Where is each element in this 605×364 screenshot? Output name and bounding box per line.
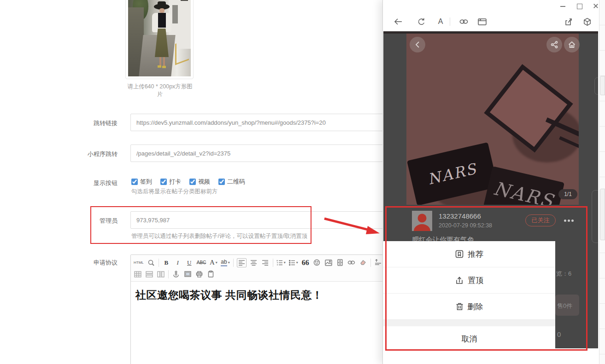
checkbox-punch-input[interactable] — [160, 179, 167, 185]
strikethrough-icon[interactable]: ABC — [197, 258, 206, 267]
action-cancel[interactable]: 取消 — [383, 326, 555, 348]
align-center-icon[interactable] — [250, 258, 258, 267]
checkbox-video-label: 视频 — [198, 178, 210, 186]
anchor-icon[interactable] — [172, 270, 180, 279]
recommend-icon — [455, 250, 464, 258]
jump-link-input[interactable] — [130, 114, 389, 131]
align-left-icon[interactable] — [237, 258, 247, 267]
italic-icon[interactable]: I — [174, 258, 182, 267]
close-icon[interactable] — [593, 3, 599, 9]
post-username[interactable]: 13232748666 — [439, 212, 481, 220]
back-button[interactable] — [410, 37, 425, 52]
insert-media-icon[interactable] — [336, 258, 344, 267]
image-pager-badge: 1/1 — [558, 189, 577, 199]
minimize-icon[interactable] — [560, 3, 566, 9]
emoticon-icon[interactable] — [313, 258, 321, 267]
rich-text-editor[interactable]: HTML B I U ABC A▾ ab▾ — [130, 254, 407, 364]
action-delete[interactable]: 删除 — [383, 294, 555, 320]
checkbox-qrcode-input[interactable] — [218, 179, 225, 185]
views-fragment: 览：6 — [556, 270, 571, 278]
upload-image-card[interactable] — [125, 0, 194, 79]
html-source-icon[interactable]: HTML — [134, 258, 144, 267]
print-icon[interactable] — [195, 270, 203, 279]
sold-fragment: 售0件 — [557, 302, 572, 310]
post-image[interactable]: NARS NARS — [406, 34, 579, 205]
remove-format-icon[interactable] — [359, 258, 367, 267]
checkbox-punch[interactable]: 打卡 — [160, 178, 181, 186]
miniprogram-jump-input[interactable] — [130, 144, 389, 162]
font-tool-icon[interactable]: A — [435, 17, 446, 27]
count-fragment: 0 — [557, 330, 561, 338]
action-cancel-label: 取消 — [462, 334, 477, 344]
checkbox-checkin-label: 签到 — [140, 178, 152, 186]
right-edge-panel — [599, 0, 605, 364]
checkbox-checkin[interactable]: 签到 — [131, 178, 152, 186]
preview-icon[interactable] — [147, 258, 155, 267]
maximize-icon[interactable] — [576, 3, 583, 9]
blockquote-icon[interactable]: 66 — [301, 258, 310, 267]
align-right-icon[interactable] — [261, 258, 270, 267]
paste-icon[interactable] — [206, 270, 215, 279]
phone-viewport: NARS NARS 1/1 13232748666 2020-07-29 09:… — [383, 31, 598, 348]
editor-content[interactable]: 社区邀您喝茶议事 共同畅谈社情民意！ — [131, 282, 406, 309]
photo-window-2 — [172, 5, 178, 23]
action-recommend[interactable]: 推荐 — [383, 241, 555, 267]
checkbox-video-input[interactable] — [189, 179, 196, 185]
brand-logo: NARS — [426, 160, 479, 188]
link-tool-icon[interactable] — [458, 17, 469, 27]
admin-input[interactable] — [130, 211, 389, 229]
table-row-icon[interactable] — [145, 270, 153, 279]
photo-railing — [175, 39, 189, 65]
agreement-heading: 社区邀您喝茶议事 共同畅谈社情民意！ — [135, 288, 402, 302]
action-sheet: 推荐 置顶 删除 取消 — [383, 241, 555, 348]
indent-icon[interactable] — [374, 258, 382, 267]
checkbox-checkin-input[interactable] — [131, 179, 138, 185]
brand-logo-2: NARS — [492, 178, 556, 205]
highlight-icon[interactable]: ab▾ — [221, 258, 229, 267]
action-sheet-gap — [383, 320, 555, 326]
action-pin-top-label: 置顶 — [468, 275, 483, 286]
action-pin-top[interactable]: 置顶 — [383, 267, 555, 294]
post-date: 2020-07-29 09:52:38 — [439, 222, 492, 229]
admin-hint: 管理员可以通过帖子列表删除帖子/评论，可以设置帖子置顶/取消置顶 — [131, 232, 307, 240]
uploaded-photo — [128, 0, 191, 76]
insert-table-icon[interactable] — [134, 270, 142, 279]
editor-toolbar: HTML B I U ABC A▾ ab▾ — [131, 255, 406, 282]
refresh-icon[interactable] — [416, 17, 426, 27]
photo-person — [151, 4, 172, 73]
ordered-list-icon[interactable]: ▾ — [276, 258, 286, 267]
unordered-list-icon[interactable]: ▾ — [289, 258, 298, 267]
photo-window — [181, 0, 188, 1]
font-color-icon[interactable]: A▾ — [209, 258, 217, 267]
action-recommend-label: 推荐 — [468, 249, 483, 260]
devtools-titlebar — [383, 0, 599, 12]
devtools-window: A NARS — [382, 0, 599, 364]
insert-link-icon[interactable] — [347, 258, 356, 267]
bold-icon[interactable]: B — [162, 258, 170, 267]
package-icon[interactable] — [582, 17, 592, 27]
checkbox-video[interactable]: 视频 — [189, 178, 210, 186]
home-button[interactable] — [564, 37, 580, 52]
underline-icon[interactable]: U — [185, 258, 194, 267]
image-frame-icon[interactable] — [183, 270, 192, 279]
agreement-label: 申请协议 — [28, 259, 117, 267]
table-column-icon[interactable] — [157, 270, 165, 279]
more-icon[interactable] — [564, 220, 566, 222]
miniprogram-jump-label: 小程序跳转 — [28, 150, 117, 158]
blush-compact-closed-2: NARS — [483, 166, 564, 205]
screenshot-root: 请上传640 * 200px方形图片 跳转链接 小程序跳转 显示按钮 签到 打卡… — [0, 0, 605, 364]
right-panel-button-2[interactable] — [600, 189, 605, 240]
follow-badge[interactable]: 已关注 — [525, 214, 556, 226]
window-tool-icon[interactable] — [477, 17, 487, 27]
back-icon[interactable] — [393, 17, 403, 27]
checkbox-qrcode[interactable]: 二维码 — [218, 178, 245, 186]
insert-image-icon[interactable] — [324, 258, 333, 267]
jump-link-label: 跳转链接 — [28, 119, 117, 127]
upload-hint: 请上传640 * 200px方形图片 — [125, 83, 194, 98]
share-post-button[interactable] — [546, 37, 562, 52]
avatar[interactable] — [412, 211, 432, 231]
share-icon[interactable] — [564, 17, 574, 27]
right-panel-button[interactable] — [600, 76, 605, 95]
checkbox-punch-label: 打卡 — [169, 178, 181, 186]
pin-top-icon — [455, 276, 464, 284]
